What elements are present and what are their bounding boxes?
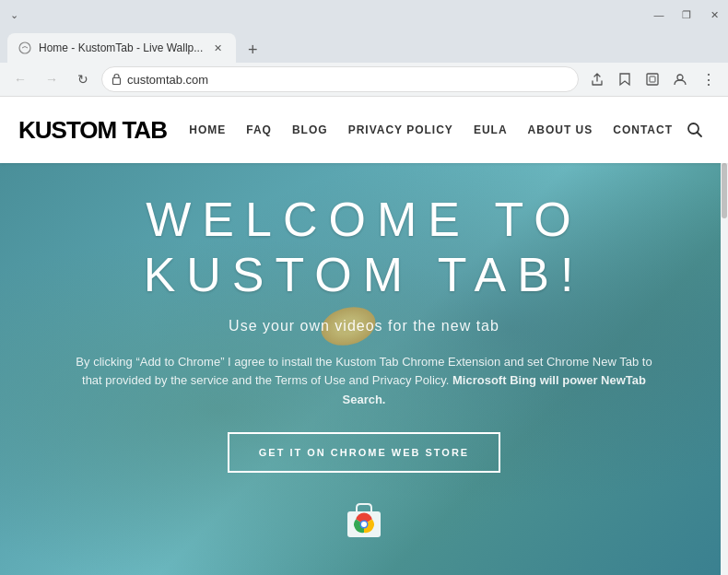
nav-faq[interactable]: FAQ: [246, 123, 272, 136]
svg-rect-4: [650, 76, 655, 82]
svg-point-11: [361, 522, 367, 527]
nav-home[interactable]: HOME: [189, 123, 226, 136]
hero-title-line1: WELCOME TO: [37, 193, 691, 248]
tabs-bar: Home - KustomTab - Live Wallp... ✕ +: [0, 29, 728, 63]
new-tab-button[interactable]: +: [240, 37, 265, 63]
forward-button[interactable]: →: [39, 66, 65, 92]
active-tab[interactable]: Home - KustomTab - Live Wallp... ✕: [7, 33, 236, 63]
nav-privacy-policy[interactable]: PRIVACY POLICY: [348, 123, 453, 136]
svg-line-7: [698, 133, 702, 137]
restore-button[interactable]: ❐: [680, 8, 693, 21]
tab-favicon: [18, 41, 31, 54]
hero-title: WELCOME TO KUSTOM TAB!: [37, 193, 691, 303]
hero-content: WELCOME TO KUSTOM TAB! Use your own vide…: [0, 193, 728, 546]
svg-marker-2: [620, 74, 629, 85]
hero-section: WELCOME TO KUSTOM TAB! Use your own vide…: [0, 163, 728, 575]
menu-button[interactable]: ⋮: [695, 66, 721, 92]
lock-icon: [112, 73, 122, 87]
nav-blog[interactable]: BLOG: [292, 123, 328, 136]
chrome-icon: [340, 495, 388, 543]
hero-subtitle: Use your own videos for the new tab: [37, 318, 691, 334]
share-button[interactable]: [584, 66, 610, 92]
back-button[interactable]: ←: [7, 66, 33, 92]
minimize-button[interactable]: —: [652, 8, 665, 21]
hero-body-text: By clicking “Add to Chrome” I agree to i…: [69, 353, 659, 410]
address-bar-row: ← → ↻ customtab.com: [0, 63, 728, 96]
site-nav: KUSTOM TAB HOME FAQ BLOG PRIVACY POLICY …: [0, 97, 728, 163]
extensions-button[interactable]: [640, 66, 665, 92]
toolbar-icons: ⋮: [584, 66, 721, 92]
cta-button[interactable]: GET IT ON CHROME WEB STORE: [228, 432, 500, 473]
address-bar[interactable]: customtab.com: [101, 66, 579, 92]
site-nav-links: HOME FAQ BLOG PRIVACY POLICY EULA ABOUT …: [189, 123, 673, 136]
site-logo: KUSTOM TAB: [18, 116, 167, 145]
url-text: customtab.com: [127, 73, 569, 87]
svg-rect-3: [647, 74, 658, 85]
reload-button[interactable]: ↻: [70, 66, 96, 92]
profile-button[interactable]: [667, 66, 693, 92]
svg-point-0: [19, 42, 30, 53]
bookmark-button[interactable]: [612, 66, 638, 92]
website: KUSTOM TAB HOME FAQ BLOG PRIVACY POLICY …: [0, 97, 728, 575]
nav-search-button[interactable]: [680, 115, 710, 145]
nav-eula[interactable]: EULA: [474, 123, 508, 136]
hero-body-bold: Microsoft Bing will power NewTab Search.: [343, 373, 646, 406]
title-bar: ⌄ — ❐ ✕: [0, 0, 728, 29]
tab-close-button[interactable]: ✕: [210, 41, 225, 55]
svg-point-5: [677, 75, 683, 80]
chrome-icon-container: [37, 495, 691, 546]
tab-title: Home - KustomTab - Live Wallp...: [39, 41, 203, 54]
close-button[interactable]: ✕: [708, 8, 721, 21]
hero-title-line2: KUSTOM TAB!: [37, 248, 691, 303]
svg-rect-1: [113, 77, 121, 84]
nav-contact[interactable]: CONTACT: [613, 123, 673, 136]
browser-chrome: ⌄ — ❐ ✕ Home - KustomTab - Live Wallp...…: [0, 0, 728, 97]
collapse-icon[interactable]: ⌄: [7, 8, 20, 21]
nav-about-us[interactable]: ABOUT US: [528, 123, 593, 136]
